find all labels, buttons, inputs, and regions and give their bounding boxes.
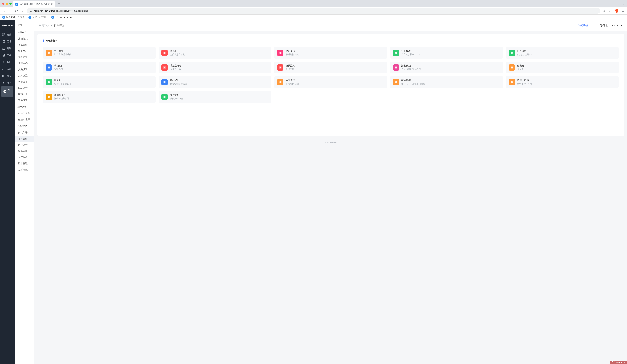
main-nav-marketing[interactable]: 营销 (0, 66, 14, 73)
sub-item[interactable]: 缓存管理 (14, 148, 34, 154)
visit-shop-button[interactable]: 访问店铺 (575, 23, 591, 29)
plugin-desc: 限时折扣功能 (286, 53, 299, 56)
svg-rect-20 (511, 52, 513, 53)
close-tab-icon[interactable]: ✕ (51, 3, 53, 5)
sub-item[interactable]: 店铺信息 (14, 36, 34, 42)
divider (595, 24, 595, 27)
nav-label: 财务 (6, 74, 11, 78)
new-tab-button[interactable]: ＋ (56, 1, 61, 6)
nav-label: 概况 (6, 33, 11, 36)
sub-item[interactable]: 短信中心 (14, 60, 34, 66)
plugin-card[interactable]: 消费奖励会员消费后奖励设置 (390, 61, 503, 73)
bookmark-item[interactable]: ✦TG：@tianmeibbs (51, 16, 73, 19)
plugin-icon (509, 64, 515, 71)
sub-item[interactable]: 客服设置 (14, 79, 34, 85)
main-nav-dashboard[interactable]: 概况 (0, 31, 14, 38)
svg-rect-7 (2, 75, 5, 77)
plugin-card[interactable]: 微信支付微信支付功能 (158, 91, 271, 103)
main-nav-finance[interactable]: 财务 (0, 73, 14, 79)
sub-item[interactable]: 插件管理 (14, 136, 34, 142)
bookmark-icon[interactable] (21, 9, 24, 12)
bookmark-item[interactable]: ✦程序搭建/开发/修复 (2, 16, 25, 19)
forward-button[interactable] (8, 9, 12, 12)
svg-rect-22 (48, 67, 50, 68)
browser-tab[interactable]: ▲ 插件管理 - NIUSHO单商户商城 ✕ (13, 1, 55, 7)
url-input[interactable]: https://shop101.timibbs.vip/shop/system/… (27, 8, 600, 14)
sub-group-head[interactable]: 应用渠道 (14, 104, 34, 110)
nav-label: 商品 (6, 47, 11, 50)
sub-item[interactable]: 配送设置 (14, 85, 34, 91)
app-menu-icon[interactable] (622, 9, 625, 12)
plugin-card[interactable]: 签到奖励会员签到奖励设置 (158, 76, 271, 88)
plugin-card[interactable]: 优惠券会员优惠券功能 (158, 47, 271, 59)
main-nav-order[interactable]: 订单 (0, 52, 14, 59)
sub-item[interactable]: 更新日志 (14, 167, 34, 173)
sub-group-head[interactable]: 店铺设置 (14, 29, 34, 36)
plugin-card[interactable]: 微信小程序微信小程序功能 (506, 76, 619, 88)
main-nav-member[interactable]: 会员 (0, 59, 14, 66)
help-link[interactable]: 帮助 (600, 24, 608, 27)
svg-rect-32 (48, 81, 50, 83)
plugin-desc: 微信公众号功能 (54, 97, 69, 100)
sub-item[interactable]: 版权设置 (14, 142, 34, 148)
nav-label: 订单 (6, 54, 11, 57)
plugin-card[interactable]: 商品海报多样化的商品海报模板库 (390, 76, 503, 88)
sub-item[interactable]: 微信小程序 (14, 116, 34, 123)
plugin-card[interactable]: 会员价会员价 (506, 61, 619, 73)
minimize-window-button[interactable] (6, 2, 8, 5)
plugin-card[interactable]: 新人礼会员注册奖励设置 (43, 76, 156, 88)
svg-point-6 (3, 61, 4, 62)
favicon-icon: ▲ (15, 3, 18, 6)
reload-button[interactable] (14, 9, 18, 12)
plugin-card[interactable]: 组合套餐组合套餐活动功能 (43, 47, 156, 59)
plugin-card[interactable]: 官方模板二官方默认模板（二） (506, 47, 619, 59)
main-nav-store[interactable]: 店铺 (0, 38, 14, 45)
plugin-card[interactable]: 满减送活动满减送活动 (158, 61, 271, 73)
svg-rect-4 (4, 35, 5, 36)
plugin-card[interactable]: 牛云短信牛云短信功能 (274, 76, 387, 88)
main-nav-data[interactable]: 数据 (0, 79, 14, 86)
sub-item[interactable]: 版本管理 (14, 160, 34, 167)
bookmark-item[interactable]: ✦认准->天美社区 (28, 16, 48, 19)
sub-item[interactable]: 注册登录 (14, 48, 34, 54)
nav-label: 数据 (6, 81, 11, 85)
main-nav-goods[interactable]: 商品 (0, 45, 14, 52)
sub-item[interactable]: 系统授权 (14, 154, 34, 160)
sub-item[interactable]: 员工管理 (14, 42, 34, 48)
brave-shield-icon[interactable] (615, 9, 619, 13)
sub-item[interactable]: 消息通知 (14, 54, 34, 60)
breadcrumb-parent[interactable]: 系统维护 (39, 24, 49, 27)
content-panel: 已安装插件 组合套餐组合套餐活动功能优惠券会员优惠券功能限时折扣限时折扣功能官方… (37, 34, 624, 136)
dashboard-icon (2, 33, 5, 36)
sub-item[interactable]: 支付设置 (14, 73, 34, 79)
sub-item[interactable]: 交易设置 (14, 66, 34, 73)
plugin-card[interactable]: 官方模板一官方默认模板（一） (390, 47, 503, 59)
back-button[interactable] (2, 9, 6, 12)
watermark: 52codes.cc (611, 361, 627, 364)
plugin-card[interactable]: 满额包邮满额包邮 (43, 61, 156, 73)
plugin-desc: 会员优惠券功能 (170, 53, 185, 56)
site-settings-icon (29, 10, 32, 12)
footer-brand: NIUSHOP (37, 136, 624, 146)
sub-item[interactable]: 其他设置 (14, 97, 34, 104)
user-menu[interactable]: timibbs (612, 24, 623, 27)
expand-tabs-icon[interactable]: ⌄ (623, 2, 625, 5)
main-nav-settings[interactable]: 设置 (1, 86, 13, 97)
bookmark-label: 认准->天美社区 (33, 16, 48, 19)
plugin-title: 满额包邮 (54, 64, 63, 67)
plugin-card[interactable]: 会员注销会员注销 (274, 61, 387, 73)
sub-group-head[interactable]: 系统维护 (14, 123, 34, 130)
plugin-card[interactable]: 微信公众号微信公众号功能 (43, 91, 156, 103)
url-text: https://shop101.timibbs.vip/shop/system/… (34, 9, 88, 12)
plugin-desc: 组合套餐活动功能 (54, 53, 71, 56)
goods-icon (2, 47, 5, 50)
close-window-button[interactable] (2, 2, 4, 5)
sub-item[interactable]: 网站部署 (14, 130, 34, 136)
share-icon[interactable] (609, 9, 612, 12)
sub-item[interactable]: 微信公众号 (14, 110, 34, 116)
sub-item[interactable]: 核销人员 (14, 91, 34, 97)
key-icon[interactable] (603, 9, 606, 12)
plugin-card[interactable]: 限时折扣限时折扣功能 (274, 47, 387, 59)
breadcrumb-current: 插件管理 (54, 24, 64, 27)
maximize-window-button[interactable] (9, 2, 12, 5)
